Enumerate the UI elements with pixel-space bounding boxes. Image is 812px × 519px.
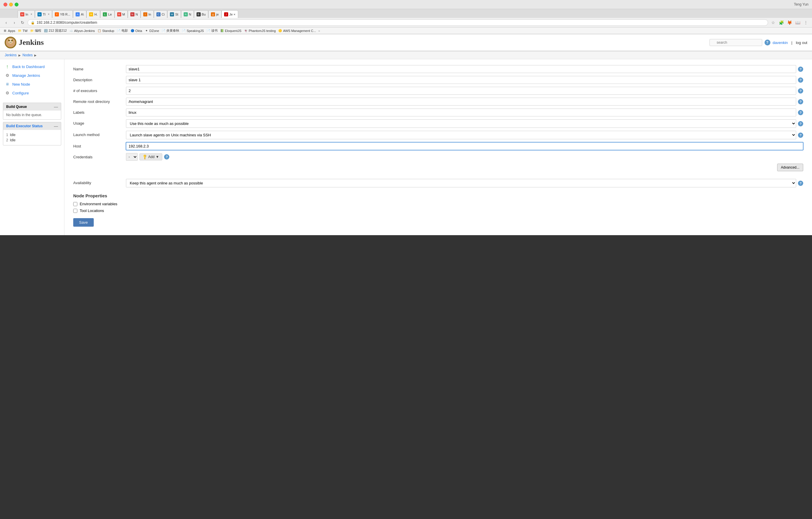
maximize-button[interactable] [14, 3, 19, 6]
credentials-row: - 🔑 Add ▼ [126, 153, 162, 161]
bookmark-apps[interactable]: ⊞ Apps [3, 29, 15, 33]
breadcrumb-nodes[interactable]: Nodes [23, 53, 33, 57]
tab-favicon-gmail: M [20, 12, 24, 17]
tab-favicon-yb: Y [55, 12, 59, 17]
tab-bu[interactable]: B Bu [194, 10, 208, 18]
credentials-select[interactable]: - [126, 153, 138, 161]
tab-wp[interactable]: W St [167, 10, 181, 18]
labels-help-icon[interactable]: ? [798, 110, 803, 115]
header-username[interactable]: davenkin [773, 40, 788, 45]
tab-close-li[interactable]: × [48, 12, 50, 16]
bookmark-dzone[interactable]: ✦ DZone [144, 29, 159, 33]
bookmark-aliyun[interactable]: ☁️ Aliyun-Jenkins [69, 29, 95, 33]
availability-select[interactable]: Keep this agent online as much as possib… [126, 179, 796, 187]
env-variables-checkbox[interactable] [73, 202, 77, 206]
build-queue-minimize[interactable]: — [54, 104, 58, 109]
bookmark-aws[interactable]: 🟡 AWS Management C... [278, 29, 316, 33]
labels-label: Labels [73, 109, 126, 115]
bookmark-okta[interactable]: 🔵 Okta [130, 29, 142, 33]
bookmark-yanhuang[interactable]: 📄 炎黄春秋 [162, 28, 179, 33]
close-button[interactable] [3, 3, 7, 6]
search-input[interactable] [709, 39, 762, 46]
refresh-button[interactable]: ↻ [19, 19, 26, 26]
bookmark-star[interactable]: ☆ [770, 19, 776, 26]
breadcrumb: Jenkins ▶ Nodes ▶ [0, 51, 812, 59]
description-input[interactable] [126, 76, 796, 84]
usage-help-icon[interactable]: ? [798, 121, 803, 127]
eloquent-icon: 📗 [220, 29, 224, 33]
bookmark-movie[interactable]: 📄 电影 [117, 28, 128, 33]
credentials-help-icon[interactable]: ? [164, 154, 169, 160]
bookmark-phantomjs[interactable]: 👻 PhantomJS testing [244, 29, 276, 33]
tw-icon: 📁 [18, 29, 22, 33]
build-executor-title[interactable]: Build Executor Status [6, 124, 43, 128]
remote-root-input[interactable] [126, 98, 796, 106]
bookmarks-more[interactable]: » [318, 29, 320, 32]
bookmark-speakingjs[interactable]: 📄 SpeakingJS [182, 29, 204, 33]
extension-btn1[interactable]: 🧩 [778, 19, 784, 26]
new-node-link[interactable]: New Node [12, 82, 30, 86]
dashboard-link[interactable]: Back to Dashboard [12, 64, 45, 69]
bookmark-212-label: 212 国道212 [49, 28, 67, 33]
launch-help-icon[interactable]: ? [798, 133, 803, 138]
bookmark-eloquent[interactable]: 📗 EloquentJS [220, 29, 241, 33]
tab-m[interactable]: M M [115, 10, 128, 18]
bookmark-212[interactable]: 🔢 212 国道212 [44, 28, 67, 33]
tab-npm[interactable]: N N [128, 10, 141, 18]
tab-in2[interactable]: i In [141, 10, 154, 18]
tab-keep[interactable]: H H. [86, 10, 100, 18]
name-help-icon[interactable]: ? [798, 66, 803, 72]
labels-input[interactable] [126, 109, 796, 116]
tab-close-gmail[interactable]: × [30, 12, 32, 16]
tab-le[interactable]: L Le [100, 10, 114, 18]
tab-jenkins-active[interactable]: J Je × [222, 10, 238, 18]
remote-root-help-icon[interactable]: ? [798, 99, 803, 104]
tab-ci[interactable]: C Ci [154, 10, 167, 18]
bookmark-biancheng[interactable]: 📁 编程 [30, 28, 41, 33]
form-row-credentials: Credentials - 🔑 Add ▼ ? [73, 153, 803, 161]
tab-yb[interactable]: Y YB R... [52, 10, 73, 18]
host-input[interactable] [126, 142, 803, 150]
advanced-row: Advanced... [73, 164, 803, 174]
credentials-add-button[interactable]: 🔑 Add ▼ [139, 153, 162, 160]
executors-help-icon[interactable]: ? [798, 88, 803, 93]
tab-n[interactable]: N N [181, 10, 194, 18]
browser-titlebar: Teng Yun [0, 0, 812, 9]
url-bar[interactable]: 🔒 192.168.2.2:8080/computer/createItem [28, 19, 768, 26]
tab-linkedin[interactable]: in Tl × [35, 10, 52, 18]
bookmark-standup[interactable]: 📋 Standup [97, 29, 114, 33]
breadcrumb-jenkins[interactable]: Jenkins [5, 53, 17, 57]
extension-btn3[interactable]: 📖 [794, 19, 801, 26]
tab-gmail[interactable]: M In × [18, 10, 35, 18]
manage-link[interactable]: Manage Jenkins [12, 73, 40, 78]
executors-input[interactable] [126, 87, 796, 95]
bookmark-dushu[interactable]: 📄 读书 [206, 28, 218, 33]
tool-locations-checkbox[interactable] [73, 209, 77, 213]
sidebar-item-dashboard[interactable]: ↑ Back to Dashboard [0, 62, 64, 71]
minimize-button[interactable] [9, 3, 13, 6]
sidebar-item-configure[interactable]: ⚙ Configure [0, 88, 64, 97]
address-bar: ‹ › ↻ 🔒 192.168.2.2:8080/computer/create… [0, 18, 812, 28]
description-help-icon[interactable]: ? [798, 77, 803, 83]
usage-select[interactable]: Use this node as much as possible Only b… [126, 119, 796, 128]
launch-method-select[interactable]: Launch slave agents on Unix machines via… [126, 131, 796, 139]
okta-icon: 🔵 [130, 29, 135, 33]
save-button[interactable]: Save [73, 218, 94, 227]
extension-btn2[interactable]: 🦊 [786, 19, 793, 26]
header-help-button[interactable]: ? [764, 39, 771, 46]
launch-method-label: Launch method [73, 131, 126, 137]
tab-doc[interactable]: A A\ [73, 10, 86, 18]
tab-je2[interactable]: g je [208, 10, 222, 18]
menu-btn[interactable]: ⋮ [803, 19, 809, 26]
sidebar-item-new-node[interactable]: 🖥 New Node [0, 80, 64, 88]
advanced-button[interactable]: Advanced... [777, 164, 803, 171]
name-input[interactable] [126, 65, 796, 73]
back-button[interactable]: ‹ [3, 19, 9, 26]
sidebar-item-manage[interactable]: ⚙ Manage Jenkins [0, 71, 64, 80]
availability-help-icon[interactable]: ? [798, 181, 803, 186]
build-executor-minimize[interactable]: — [54, 124, 58, 129]
configure-link[interactable]: Configure [12, 91, 29, 95]
header-logout-link[interactable]: log out [796, 40, 807, 45]
bookmark-tw[interactable]: 📁 TW [18, 29, 28, 33]
forward-button[interactable]: › [11, 19, 18, 26]
